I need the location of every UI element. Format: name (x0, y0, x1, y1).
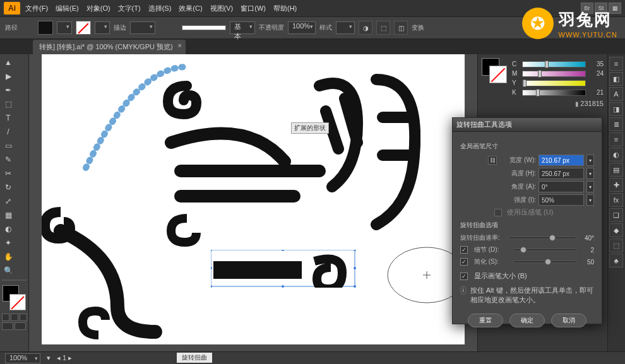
tool-2[interactable]: ✒ (2, 84, 15, 97)
menu-7[interactable]: 窗口(W) (237, 2, 270, 15)
document-tab[interactable]: 转换] [转换].ai* @ 100% (CMYK/GPU 预览) × (33, 40, 186, 54)
tool-8[interactable]: ✂ (2, 167, 15, 180)
channel-label: C (512, 61, 518, 68)
tool-15[interactable]: 🔍 (2, 264, 15, 277)
svg-point-7 (354, 285, 356, 288)
document-tabbar: 转换] [转换].ai* @ 100% (CMYK/GPU 预览) × (0, 39, 625, 54)
tool-3[interactable]: ⬚ (2, 98, 15, 110)
draw-mode-icon[interactable] (15, 322, 26, 330)
dialog-title[interactable]: 旋转扭曲工具选项 (453, 118, 602, 132)
height-field[interactable]: 250.67 px (539, 168, 584, 179)
selected-object[interactable] (211, 250, 356, 288)
rate-slider[interactable] (508, 237, 576, 239)
channel-slider[interactable] (522, 80, 586, 86)
color-mode-icon[interactable] (2, 314, 9, 321)
width-dd[interactable]: ▾ (586, 155, 594, 166)
link-icon[interactable]: ⛓ (488, 156, 497, 165)
height-dd[interactable]: ▾ (586, 168, 594, 179)
tool-13[interactable]: ✦ (2, 237, 15, 249)
screen-mode-icon[interactable] (2, 322, 13, 330)
menu-6[interactable]: 视图(V) (206, 2, 237, 15)
channel-slider[interactable] (522, 90, 586, 96)
simplify-slider[interactable] (513, 261, 576, 263)
ok-button[interactable]: 确定 (509, 314, 545, 327)
intensity-dd[interactable]: ▾ (586, 194, 594, 206)
tool-6[interactable]: ▭ (2, 139, 15, 152)
tool-0[interactable]: ▲ (2, 56, 15, 69)
angle-dd[interactable]: ▾ (586, 181, 594, 192)
menu-0[interactable]: 文件(F) (21, 2, 52, 15)
detail-slider[interactable] (513, 249, 576, 251)
menu-4[interactable]: 选择(S) (145, 2, 176, 15)
pressure-label: 使用压感笔 (U) (507, 208, 553, 217)
menu-1[interactable]: 编辑(E) (52, 2, 83, 15)
gradient-mode-icon[interactable] (11, 314, 18, 321)
fill-swatch[interactable] (38, 21, 53, 35)
panel-icon-8[interactable]: ✚ (609, 178, 623, 192)
color-thumb[interactable] (482, 58, 507, 83)
tool-5[interactable]: / (2, 126, 15, 138)
channel-label: Y (512, 79, 518, 86)
shape-icon[interactable]: ◫ (394, 21, 408, 35)
fill-stroke-control[interactable] (3, 285, 26, 310)
opacity-field[interactable]: 100% (288, 21, 316, 34)
tool-11[interactable]: ▦ (2, 209, 15, 221)
panel-icon-2[interactable]: A (609, 87, 623, 101)
simplify-label: 简化 (S): (474, 257, 509, 266)
panel-icon-13[interactable]: ♣ (609, 254, 623, 267)
transform-label[interactable]: 变换 (412, 23, 424, 32)
panel-icon-0[interactable]: ≡ (609, 57, 623, 71)
panel-icon-9[interactable]: fx (609, 193, 623, 207)
panel-icon-5[interactable]: ≡ (609, 132, 623, 146)
panel-icon-4[interactable]: ≣ (609, 117, 623, 131)
detail-label: 细节 (D): (474, 245, 509, 254)
panel-icon-11[interactable]: ◆ (609, 223, 623, 237)
stroke-color[interactable] (9, 294, 26, 310)
show-brush-checkbox[interactable]: ✓ (460, 273, 468, 280)
hex-value[interactable]: ▮ 231815 (482, 100, 604, 107)
stroke-swatch[interactable] (76, 21, 91, 35)
fill-dd[interactable] (57, 21, 72, 34)
canvas-area[interactable]: 扩展的形状 (29, 54, 477, 351)
menu-3[interactable]: 文字(T) (114, 2, 145, 15)
channel-slider[interactable] (522, 61, 586, 68)
stroke-weight[interactable] (130, 21, 155, 34)
panel-icon-12[interactable]: ⬚ (609, 238, 623, 252)
cancel-button[interactable]: 取消 (551, 314, 586, 327)
tool-1[interactable]: ▶ (2, 70, 15, 83)
tool-14[interactable]: ✋ (2, 250, 15, 263)
tool-7[interactable]: ✎ (2, 153, 15, 166)
brush-style[interactable]: 基本 (230, 21, 255, 34)
none-mode-icon[interactable] (20, 314, 27, 321)
svg-point-9 (354, 267, 356, 269)
style-dd[interactable] (336, 21, 355, 34)
tool-4[interactable]: T (2, 112, 15, 124)
angle-field[interactable]: 0° (539, 181, 584, 192)
tab-close-icon[interactable]: × (178, 42, 182, 49)
panel-icon-1[interactable]: ◧ (609, 72, 623, 86)
panel-icon-10[interactable]: ❏ (609, 208, 623, 222)
intensity-field[interactable]: 50% (539, 194, 584, 206)
tool-12[interactable]: ◐ (2, 223, 15, 235)
panel-icon-6[interactable]: ◐ (609, 148, 623, 161)
detail-checkbox[interactable]: ✓ (460, 246, 468, 254)
menu-2[interactable]: 对象(O) (83, 2, 114, 15)
panel-icon-3[interactable]: ◨ (609, 102, 623, 116)
channel-slider[interactable] (522, 71, 586, 77)
menu-5[interactable]: 效果(C) (175, 2, 206, 15)
menu-8[interactable]: 帮助(H) (270, 2, 301, 15)
align-icon[interactable]: ⬚ (376, 21, 390, 35)
stroke-preview[interactable] (182, 25, 226, 30)
simplify-checkbox[interactable]: ✓ (460, 258, 468, 266)
svg-point-3 (282, 250, 284, 251)
stroke-dd[interactable] (95, 21, 110, 34)
tool-10[interactable]: ⤢ (2, 195, 15, 208)
zoom-select[interactable]: 100% (5, 353, 40, 363)
reset-button[interactable]: 重置 (468, 314, 503, 327)
panel-icon-7[interactable]: ▤ (609, 163, 623, 177)
recolor-icon[interactable]: ◑ (359, 21, 372, 35)
tool-9[interactable]: ↻ (2, 181, 15, 194)
object-tooltip: 扩展的形状 (291, 122, 329, 134)
width-field[interactable]: 210.67 px (539, 155, 584, 166)
channel-label: K (512, 89, 518, 96)
